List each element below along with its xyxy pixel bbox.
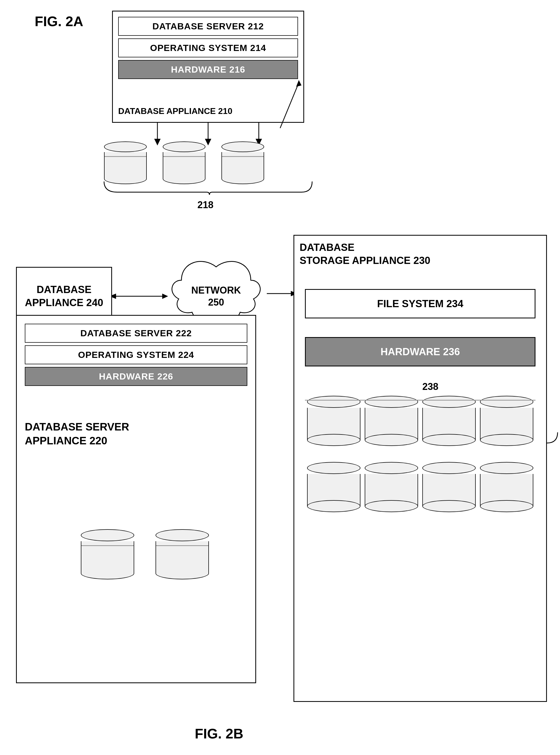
fig2b-label: FIG. 2B — [195, 726, 243, 742]
server-220-label-line2: APPLIANCE DATABASE SERVER APPLIANCE 2202… — [25, 434, 129, 448]
storage-230-title-line2: STORAGE APPLIANCE 230 — [300, 254, 430, 267]
storage-disk-8 — [480, 462, 533, 512]
appliance-240-text: DATABASE APPLIANCE 240 — [25, 283, 103, 310]
disks-218 — [104, 141, 264, 184]
disk-228-a-top — [81, 529, 134, 541]
disk-228-b — [156, 529, 209, 579]
s-disk-3-bottom — [422, 434, 476, 446]
s-disk-6-top — [365, 462, 418, 474]
disk-2-body — [163, 152, 205, 179]
s-disk-1-bottom — [307, 434, 360, 446]
database-server-212-row: DATABASE SERVER 212 — [118, 17, 298, 36]
storage-disk-7 — [422, 462, 476, 512]
server-220-label-line1: DATABASE SERVER — [25, 420, 129, 434]
storage-disk-row-2 — [305, 462, 536, 512]
disk-1 — [104, 141, 147, 184]
page: FIG. 2A DATABASE SERVER 212 OPERATING SY… — [0, 0, 560, 755]
s-disk-3-top — [422, 396, 476, 408]
disk-2-top — [163, 141, 205, 152]
label-238: 238 — [422, 381, 438, 392]
fig2a-label: FIG. 2A — [35, 13, 83, 29]
os-224-row: OPERATING SYSTEM 224 — [25, 345, 247, 364]
disk-3-body — [221, 152, 264, 179]
storage-appliance-230-box: DATABASE STORAGE APPLIANCE 230 FILE SYST… — [294, 235, 547, 702]
disk-1-body — [104, 152, 147, 179]
s-disk-7-bottom — [422, 500, 476, 512]
appliance-210-label: DATABASE APPLIANCE 210 — [118, 106, 233, 116]
db-server-222-row: DATABASE SERVER 222 — [25, 324, 247, 343]
s-disk-5-bottom — [307, 500, 360, 512]
disk-1-top — [104, 141, 147, 152]
disks-228 — [33, 529, 257, 579]
disk-228-b-top — [156, 529, 209, 541]
server-appliance-220-box: DATABASE SERVER 222 OPERATING SYSTEM 224… — [16, 315, 256, 683]
s-disk-4-bottom — [480, 434, 533, 446]
storage-disk-4 — [480, 396, 533, 446]
disk-228-a-body — [81, 541, 134, 573]
storage-disk-3 — [422, 396, 476, 446]
hardware-236-box: HARDWARE 236 — [305, 337, 536, 366]
disks-228-row — [33, 529, 257, 579]
s-disk-4-top — [480, 396, 533, 408]
hw-226-row: HARDWARE 226 — [25, 367, 247, 386]
disk-228-a — [81, 529, 134, 579]
disk-3-top — [221, 141, 264, 152]
operating-system-214-row: OPERATING SYSTEM 214 — [118, 38, 298, 57]
appliance-240-line1: DATABASE — [25, 283, 103, 296]
s-disk-6-bottom — [365, 500, 418, 512]
s-disk-8-top — [480, 462, 533, 474]
storage-disks — [305, 396, 536, 523]
hardware-216-row: HARDWARE 216 — [118, 60, 298, 79]
storage-230-title: DATABASE STORAGE APPLIANCE 230 — [300, 241, 430, 267]
network-text: NETWORK — [191, 285, 241, 296]
s-disk-8-bottom — [480, 500, 533, 512]
server-220-inner: DATABASE SERVER 222 OPERATING SYSTEM 224… — [25, 324, 247, 415]
storage-230-title-line1: DATABASE — [300, 241, 430, 254]
storage-disk-2 — [365, 396, 418, 446]
server-220-label: DATABASE SERVER APPLIANCE DATABASE SERVE… — [25, 420, 129, 448]
storage-disk-5 — [307, 462, 360, 512]
appliance-240-line2: APPLIANCE 240 — [25, 296, 103, 309]
network-num: 250 — [208, 297, 224, 308]
storage-disk-1 — [307, 396, 360, 446]
s-disk-5-top — [307, 462, 360, 474]
s-disk-2-bottom — [365, 434, 418, 446]
storage-disk-6 — [365, 462, 418, 512]
svg-text:218: 218 — [197, 199, 214, 210]
appliance-210-box: DATABASE SERVER 212 OPERATING SYSTEM 214… — [112, 11, 304, 123]
file-system-234-box: FILE SYSTEM 234 — [305, 289, 536, 318]
storage-disk-row-1 — [305, 396, 536, 446]
disk-3 — [221, 141, 264, 184]
s-disk-7-top — [422, 462, 476, 474]
appliance-210-inner: DATABASE SERVER 212 OPERATING SYSTEM 214… — [118, 17, 298, 117]
disk-228-b-body — [156, 541, 209, 573]
s-disk-2-top — [365, 396, 418, 408]
disk-2 — [163, 141, 205, 184]
s-disk-1-top — [307, 396, 360, 408]
